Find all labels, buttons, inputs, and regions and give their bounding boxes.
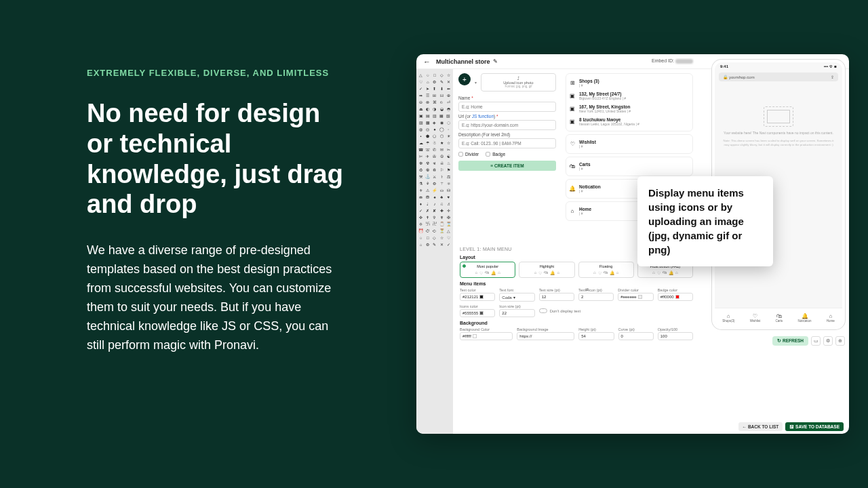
bg-opacity-input[interactable]: 100	[658, 332, 693, 340]
name-input[interactable]	[458, 102, 556, 112]
edit-icon[interactable]: ✎	[493, 58, 498, 64]
embed-id: Embed ID:	[652, 58, 693, 64]
upload-icon-box[interactable]: ⤴ Upload icon photo Format: jpg, png, gi…	[481, 73, 556, 92]
desc-label: Description (For level 2nd)	[458, 132, 556, 137]
phone-tab[interactable]: 🔔Notication	[798, 313, 812, 323]
layout-option[interactable]: Highlight⌂♡🛍🔔⌂	[519, 262, 574, 278]
shops-card[interactable]: ⊞Shops (3)| # ▣132, My Street (24/7)Bigt…	[566, 73, 693, 131]
bg-image-input[interactable]: https://	[517, 332, 574, 340]
headline: No need for design or technical knowledg…	[87, 98, 344, 220]
menu-fields: Text color#212121 Text fontCoda ▾ Text s…	[460, 288, 693, 317]
back-to-list-button[interactable]: ← BACK TO LIST	[738, 422, 783, 431]
refresh-button[interactable]: ↻ REFRESH	[772, 336, 808, 346]
icon-size-input[interactable]: 22	[499, 309, 534, 317]
app-window: ← Multichannel store ✎ Embed ID: △○□◇☆♡⌂…	[416, 54, 849, 434]
shop-row[interactable]: ▣8 Izuchukwu NwoyeIlassan Lekki, Lagos 1…	[569, 115, 690, 128]
share-icon: ⇪	[831, 75, 834, 79]
back-arrow-icon[interactable]: ←	[423, 58, 431, 66]
preview-controls: ↻ REFRESH ▭ ⚙ ⊕	[772, 336, 845, 346]
layout-option[interactable]: Floating⌂♡🛍🔔⌂	[578, 262, 634, 278]
bg-curve-input[interactable]: 0	[618, 332, 654, 340]
icon-palette[interactable]: △○□◇☆♡⌂⚙✎✕✓➤⬆⬇⬅➡☰⊞⊟⊕⊖⊗⌘⎋⏎⏏◐◑◒◓▣▤▥▦▧▨▩◈◉◌…	[416, 69, 453, 434]
phone-body: Your website here! The Navi components h…	[715, 83, 842, 146]
shop-row[interactable]: ▣167, My Street, KingstonNew York 12401,…	[569, 102, 690, 115]
text-font-select[interactable]: Coda ▾	[499, 293, 534, 302]
lower-panel: LEVEL 1: MAIN MENU Layout Most popular⌂♡…	[453, 244, 700, 415]
text-icon-input[interactable]: 2	[578, 293, 614, 301]
target-icon[interactable]: ⊕	[835, 336, 845, 346]
phone-tab[interactable]: ⌂Shops(3)	[722, 313, 734, 323]
eyebrow: EXTREMELY FLEXIBLE, DIVERSE, AND LIMITLE…	[87, 68, 344, 78]
phone-tab[interactable]: ⌂Home	[827, 313, 835, 323]
background-heading: Background	[460, 321, 693, 325]
badge-color-input[interactable]: #ff0000	[658, 293, 693, 301]
settings-icon[interactable]: ⚙	[823, 336, 833, 346]
bg-height-input[interactable]: 54	[578, 332, 614, 340]
desc-input[interactable]	[458, 138, 556, 148]
shop-row[interactable]: ▣132, My Street (24/7)Bigtown BG23 4YZ E…	[569, 89, 690, 102]
desktop-icon[interactable]: ▭	[811, 336, 821, 346]
text-color-input[interactable]: #212121	[460, 293, 495, 301]
layout-option[interactable]: Most popular⌂♡🛍🔔⌂	[460, 262, 515, 278]
phone-tabbar: ⌂Shops(3)♡Wishlist🛍Carts🔔Notication⌂Home	[715, 308, 842, 327]
feature-callout: Display menu items using icons or by upl…	[637, 176, 773, 266]
divider-checkbox[interactable]: Divider	[458, 152, 479, 157]
placeholder-icon	[764, 106, 793, 127]
name-label: Name *	[458, 96, 556, 100]
app-title: Multichannel store	[436, 58, 490, 65]
lock-icon: 🔒	[723, 75, 728, 79]
selected-icon[interactable]: +	[458, 73, 471, 85]
hero-text: EXTREMELY FLEXIBLE, DIVERSE, AND LIMITLE…	[87, 68, 344, 355]
text-size-input[interactable]: 12	[539, 293, 574, 301]
divider-color-input[interactable]: #eeeeee	[618, 293, 653, 301]
background-fields: Background Color#ffffff Background Image…	[460, 327, 693, 340]
save-button[interactable]: 🖫 SAVE TO DATABASE	[785, 422, 844, 431]
dont-display-toggle[interactable]	[539, 308, 547, 313]
shop-icon: ⊞	[569, 80, 576, 86]
bg-color-input[interactable]: #ffffff	[460, 332, 513, 340]
create-item-button[interactable]: ≡ CREATE ITEM	[458, 161, 556, 171]
nav-card[interactable]: ♡Wishlist| #	[566, 134, 693, 154]
nav-card[interactable]: 🛍Carts| #	[566, 157, 693, 176]
icons-color-input[interactable]: #555555	[460, 309, 495, 317]
icon-caret[interactable]: ▾	[475, 80, 477, 85]
phone-tab[interactable]: ♡Wishlist	[750, 313, 761, 323]
footer-actions: ← BACK TO LIST 🖫 SAVE TO DATABASE	[738, 422, 844, 431]
body-copy: We have a diverse range of pre-designed …	[87, 241, 344, 354]
url-label: Url (or JS function) *	[458, 114, 556, 119]
menu-items-heading: Menu items	[460, 281, 693, 286]
phone-tab[interactable]: 🛍Carts	[775, 313, 783, 323]
phone-status-bar: 9:41▪▪▪ ᯤ ■	[715, 62, 842, 70]
url-input[interactable]	[458, 120, 556, 130]
phone-url-bar: 🔒yourshop.com⇪	[719, 73, 838, 81]
badge-checkbox[interactable]: Badge	[486, 152, 505, 157]
